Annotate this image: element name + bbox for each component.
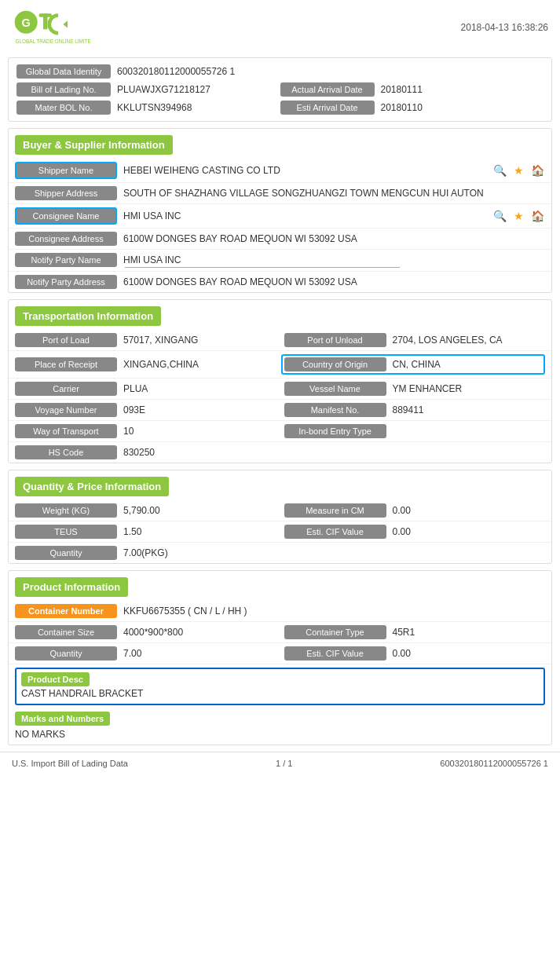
measure-label: Measure in CM: [284, 503, 386, 518]
global-data-label: Global Data Identity: [16, 64, 111, 79]
port-unload-pair: Port of Unload 2704, LOS ANGELES, CA: [284, 333, 546, 347]
shipper-address-value: SOUTH OF SHAZHANG VILLAGE SONGZHUANGZI T…: [123, 188, 545, 199]
esti-cif-label: Esti. CIF Value: [284, 525, 386, 539]
header: G GLOBAL TRADE ONLINE LIMITED 2018-04-13…: [0, 0, 560, 51]
manifest-label: Manifest No.: [284, 403, 386, 417]
voyage-manifest-row: Voyage Number 093E Manifest No. 889411: [9, 400, 551, 421]
consignee-address-value: 6100W DONGES BAY ROAD MEQUON WI 53092 US…: [123, 233, 545, 244]
search-icon[interactable]: 🔍: [492, 163, 507, 178]
qp-quantity-row: Quantity 7.00(PKG): [9, 543, 551, 563]
manifest-pair: Manifest No. 889411: [284, 403, 546, 417]
consignee-icons: 🔍 ★ 🏠: [492, 208, 545, 224]
buyer-supplier-section: Buyer & Supplier Information Shipper Nam…: [8, 128, 552, 293]
container-number-row: Container Number KKFU6675355 ( CN / L / …: [9, 601, 551, 622]
container-type-value: 45R1: [393, 627, 546, 638]
way-transport-value: 10: [123, 426, 276, 437]
mater-bol-value: KKLUTSN394968: [117, 102, 192, 113]
place-receipt-label: Place of Receipt: [15, 357, 117, 371]
shipper-address-row: Shipper Address SOUTH OF SHAZHANG VILLAG…: [9, 183, 551, 204]
svg-text:G: G: [22, 16, 31, 29]
container-size-value: 4000*900*800: [123, 627, 276, 638]
actual-arrival-label: Actual Arrival Date: [280, 82, 375, 97]
buyer-supplier-header: Buyer & Supplier Information: [15, 135, 173, 155]
actual-arrival-pair: Actual Arrival Date 20180111: [280, 82, 544, 97]
global-data-row: Global Data Identity 6003201801120000557…: [16, 64, 544, 79]
product-desc-value: CAST HANDRAIL BRACKET: [21, 686, 539, 701]
carrier-value: PLUA: [123, 383, 276, 394]
weight-measure-row: Weight (KG) 5,790.00 Measure in CM 0.00: [9, 500, 551, 521]
notify-name-label: Notify Party Name: [15, 253, 117, 267]
identity-section: Global Data Identity 6003201801120000557…: [8, 57, 552, 122]
consignee-address-label: Consignee Address: [15, 232, 117, 246]
product-desc-box: Product Desc CAST HANDRAIL BRACKET: [15, 668, 545, 705]
inbond-label: In-bond Entry Type: [284, 424, 386, 438]
footer-left: U.S. Import Bill of Lading Data: [12, 759, 128, 768]
way-transport-pair: Way of Transport 10: [15, 424, 276, 438]
port-row: Port of Load 57017, XINGANG Port of Unlo…: [9, 330, 551, 351]
esti-arrival-value: 20180110: [381, 102, 423, 113]
consignee-search-icon[interactable]: 🔍: [492, 208, 507, 224]
measure-value: 0.00: [393, 505, 546, 516]
notify-name-row: Notify Party Name HMI USA INC: [9, 250, 551, 272]
consignee-name-value: HMI USA INC: [123, 210, 489, 221]
voyage-value: 093E: [123, 404, 276, 415]
quantity-price-section: Quantity & Price Information Weight (KG)…: [8, 470, 552, 564]
teus-value: 1.50: [123, 526, 276, 537]
page-wrapper: G GLOBAL TRADE ONLINE LIMITED 2018-04-13…: [0, 0, 560, 977]
footer-page-info: 1 / 1: [276, 759, 292, 768]
pi-esti-cif-pair: Esti. CIF Value 0.00: [284, 646, 546, 660]
consignee-name-label: Consignee Name: [15, 207, 117, 225]
pi-quantity-value: 7.00: [123, 648, 276, 659]
transportation-section: Transportation Information Port of Load …: [8, 299, 552, 463]
bill-of-lading-value: PLUAWJXG71218127: [117, 84, 210, 95]
carrier-label: Carrier: [15, 382, 117, 396]
shipper-name-value: HEBEI WEIHENG CASTING CO LTD: [123, 165, 489, 176]
global-data-value: 600320180112000055726 1: [117, 66, 235, 77]
marks-value: NO MARKS: [9, 727, 551, 745]
star-icon[interactable]: ★: [511, 163, 526, 178]
hs-code-label: HS Code: [15, 445, 117, 459]
weight-pair: Weight (KG) 5,790.00: [15, 503, 276, 518]
carrier-pair: Carrier PLUA: [15, 382, 276, 396]
container-type-label: Container Type: [284, 625, 386, 639]
mater-bol-row: Mater BOL No. KKLUTSN394968 Esti Arrival…: [16, 101, 544, 115]
port-unload-value: 2704, LOS ANGELES, CA: [393, 335, 546, 346]
qp-quantity-value: 7.00(PKG): [123, 547, 545, 558]
shipper-name-label: Shipper Name: [15, 162, 117, 179]
notify-name-inner: Notify Party Name HMI USA INC: [15, 253, 545, 267]
consignee-address-row: Consignee Address 6100W DONGES BAY ROAD …: [9, 229, 551, 250]
pi-quantity-label: Quantity: [15, 646, 117, 660]
way-transport-label: Way of Transport: [15, 424, 117, 438]
consignee-star-icon[interactable]: ★: [511, 208, 526, 224]
inbond-pair: In-bond Entry Type: [284, 424, 546, 438]
svg-rect-4: [43, 13, 47, 29]
footer-right: 600320180112000055726 1: [440, 759, 548, 768]
container-number-label: Container Number: [15, 604, 117, 618]
container-size-pair: Container Size 4000*900*800: [15, 625, 276, 639]
quantity-price-header: Quantity & Price Information: [15, 477, 169, 496]
page-footer: U.S. Import Bill of Lading Data 1 / 1 60…: [0, 752, 560, 774]
consignee-home-icon[interactable]: 🏠: [529, 208, 545, 224]
home-icon[interactable]: 🏠: [529, 163, 545, 178]
port-load-pair: Port of Load 57017, XINGANG: [15, 333, 276, 347]
qp-quantity-label: Quantity: [15, 546, 117, 560]
container-type-pair: Container Type 45R1: [284, 625, 546, 639]
esti-arrival-label: Esti Arrival Date: [280, 101, 375, 115]
port-load-value: 57017, XINGANG: [123, 335, 276, 346]
shipper-address-label: Shipper Address: [15, 186, 117, 200]
shipper-icons: 🔍 ★ 🏠: [492, 163, 545, 178]
receipt-origin-row: Place of Receipt XINGANG,CHINA Country o…: [9, 351, 551, 379]
voyage-pair: Voyage Number 093E: [15, 403, 276, 417]
teus-cif-row: TEUS 1.50 Esti. CIF Value 0.00: [9, 521, 551, 543]
weight-value: 5,790.00: [123, 505, 276, 516]
hs-code-row: HS Code 830250: [9, 442, 551, 463]
measure-pair: Measure in CM 0.00: [284, 503, 546, 518]
timestamp: 2018-04-13 16:38:26: [461, 22, 548, 33]
svg-text:GLOBAL TRADE ONLINE LIMITED: GLOBAL TRADE ONLINE LIMITED: [16, 38, 90, 44]
notify-address-row: Notify Party Address 6100W DONGES BAY RO…: [9, 272, 551, 292]
transportation-header: Transportation Information: [15, 306, 161, 326]
vessel-pair: Vessel Name YM ENHANCER: [284, 382, 546, 396]
container-size-label: Container Size: [15, 625, 117, 639]
esti-cif-value: 0.00: [393, 526, 546, 537]
actual-arrival-value: 20180111: [381, 84, 423, 95]
